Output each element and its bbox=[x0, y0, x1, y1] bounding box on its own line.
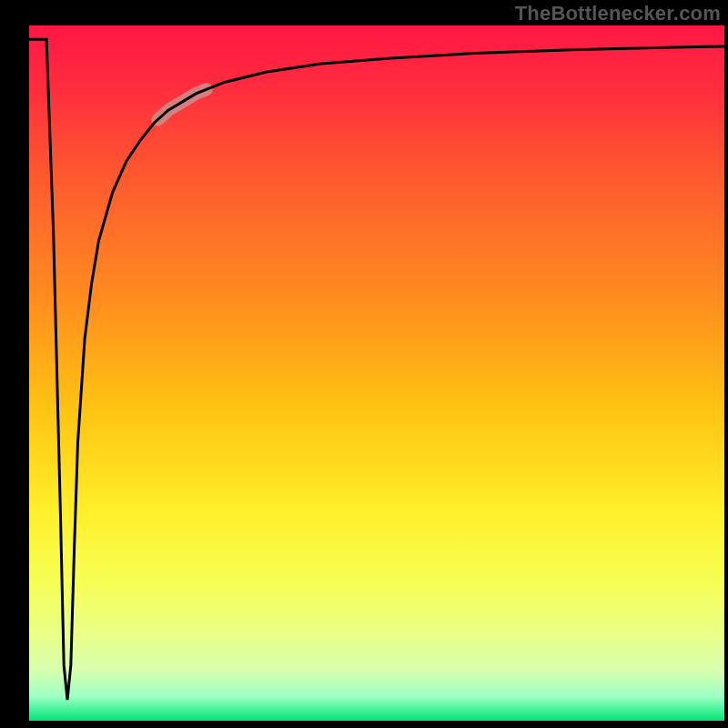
bottleneck-chart bbox=[0, 0, 728, 728]
watermark-text: TheBottlenecker.com bbox=[515, 2, 721, 25]
chart-container: TheBottlenecker.com bbox=[0, 0, 728, 728]
plot-area bbox=[29, 25, 724, 721]
